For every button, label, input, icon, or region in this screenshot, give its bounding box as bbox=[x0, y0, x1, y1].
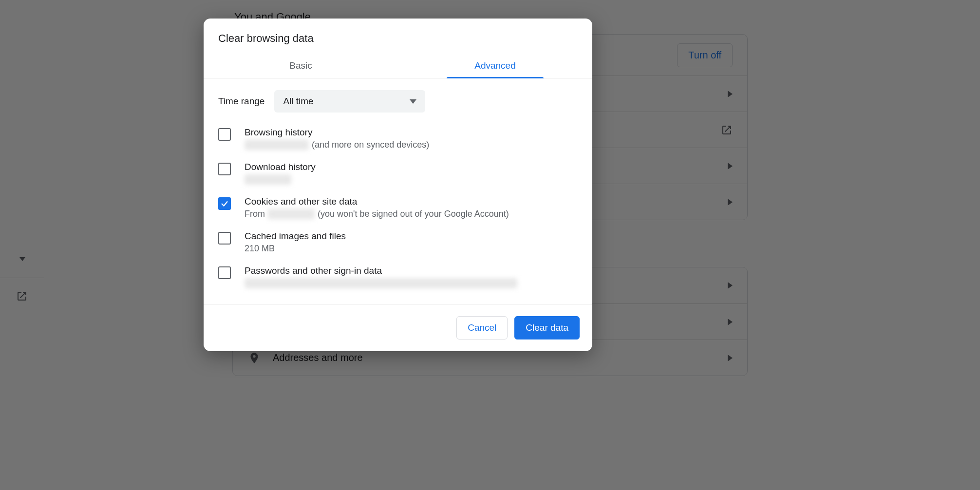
dropdown-caret-icon bbox=[410, 99, 416, 104]
option-cookies[interactable]: Cookies and other site data From XXXXXXX… bbox=[218, 190, 578, 225]
option-cache[interactable]: Cached images and files 210 MB bbox=[218, 225, 578, 260]
option-subtitle: From XXXXXXXX (you won't be signed out o… bbox=[245, 209, 509, 219]
option-subtitle-prefix: From bbox=[245, 209, 265, 219]
checkbox-browsing-history[interactable] bbox=[218, 128, 231, 141]
redacted-text: XXXXXXXXXXXXXXXXXXXXXXXXXXXXXXXXXXXXXXXX… bbox=[245, 278, 517, 288]
clear-browsing-data-dialog: Clear browsing data Basic Advanced Time … bbox=[204, 19, 592, 351]
option-browsing-history[interactable]: Browsing history XXXXXXXXXXX (and more o… bbox=[218, 121, 578, 156]
option-subtitle: XXXXXXXX bbox=[245, 174, 316, 185]
dialog-title: Clear browsing data bbox=[204, 19, 592, 55]
dialog-footer: Cancel Clear data bbox=[204, 304, 592, 351]
option-subtitle-suffix: (and more on synced devices) bbox=[312, 140, 429, 150]
option-subtitle: XXXXXXXXXXXXXXXXXXXXXXXXXXXXXXXXXXXXXXXX… bbox=[245, 278, 517, 288]
dialog-body: Time range All time Browsing history XXX… bbox=[204, 78, 592, 304]
option-title: Browsing history bbox=[245, 127, 429, 138]
checkbox-cookies[interactable] bbox=[218, 197, 231, 210]
checkbox-download-history[interactable] bbox=[218, 163, 231, 175]
time-range-row: Time range All time bbox=[218, 90, 578, 113]
cancel-button[interactable]: Cancel bbox=[456, 316, 508, 339]
tab-advanced[interactable]: Advanced bbox=[398, 55, 592, 78]
option-passwords[interactable]: Passwords and other sign-in data XXXXXXX… bbox=[218, 260, 578, 294]
option-title: Cookies and other site data bbox=[245, 196, 509, 207]
checkbox-passwords[interactable] bbox=[218, 266, 231, 279]
dialog-tabs: Basic Advanced bbox=[204, 55, 592, 78]
option-subtitle: 210 MB bbox=[245, 244, 346, 254]
option-download-history[interactable]: Download history XXXXXXXX bbox=[218, 156, 578, 190]
time-range-value: All time bbox=[283, 96, 313, 107]
redacted-text: XXXXXXXX bbox=[268, 209, 315, 219]
option-title: Cached images and files bbox=[245, 231, 346, 242]
time-range-select[interactable]: All time bbox=[274, 90, 425, 113]
checkbox-cache[interactable] bbox=[218, 232, 231, 245]
option-title: Passwords and other sign-in data bbox=[245, 265, 517, 276]
tab-basic[interactable]: Basic bbox=[204, 55, 398, 78]
option-subtitle: XXXXXXXXXXX (and more on synced devices) bbox=[245, 140, 429, 150]
redacted-text: XXXXXXXX bbox=[245, 174, 291, 185]
clear-data-button[interactable]: Clear data bbox=[514, 316, 580, 339]
option-title: Download history bbox=[245, 162, 316, 172]
redacted-text: XXXXXXXXXXX bbox=[245, 140, 309, 150]
time-range-label: Time range bbox=[218, 96, 264, 107]
option-subtitle-suffix: (you won't be signed out of your Google … bbox=[318, 209, 509, 219]
